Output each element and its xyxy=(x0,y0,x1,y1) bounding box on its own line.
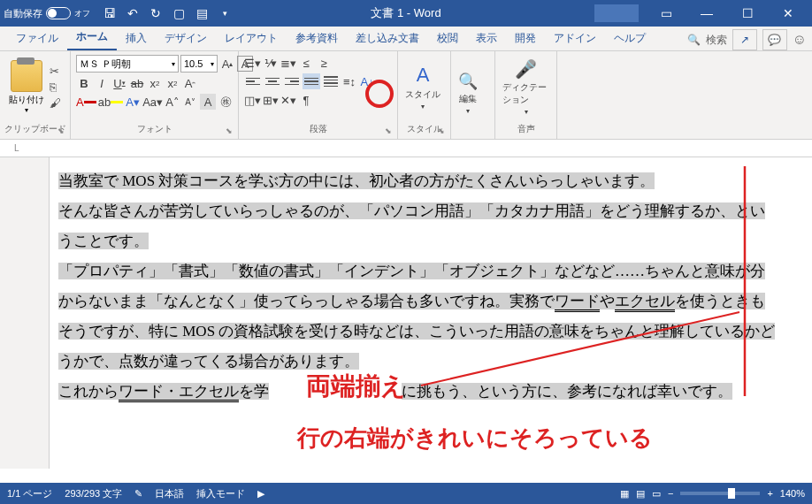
doc-text[interactable]: これから xyxy=(58,383,119,400)
tab-layout[interactable]: レイアウト xyxy=(216,27,287,50)
tab-file[interactable]: ファイル xyxy=(7,27,67,50)
language-status[interactable]: 日本語 xyxy=(155,487,184,500)
qat-button-2[interactable]: ▤ xyxy=(191,3,212,24)
tab-developer[interactable]: 開発 xyxy=(506,27,545,50)
zoom-level[interactable]: 140% xyxy=(780,488,805,499)
font-select[interactable]: ＭＳ Ｐ明朝▾ xyxy=(76,55,179,73)
view-print-button[interactable]: ▦ xyxy=(620,488,629,500)
view-web-button[interactable]: ▭ xyxy=(652,488,661,500)
align-left-button[interactable] xyxy=(244,73,262,89)
save-button[interactable]: 🖫 xyxy=(99,3,120,24)
tab-view[interactable]: 表示 xyxy=(467,27,506,50)
macro-icon[interactable]: ▶ xyxy=(257,488,264,500)
bold-button[interactable]: B xyxy=(76,75,92,91)
asian-layout-button[interactable]: ✕▾ xyxy=(280,92,296,108)
shading-button[interactable]: ◫▾ xyxy=(244,92,261,108)
multilevel-button[interactable]: ≣▾ xyxy=(280,55,296,71)
borders-button[interactable]: ⊞▾ xyxy=(263,92,279,108)
sort-button[interactable]: A↓ xyxy=(359,73,375,89)
close-button[interactable]: ✕ xyxy=(768,0,808,27)
paste-button[interactable]: 貼り付け xyxy=(9,94,44,106)
redo-button[interactable]: ↻ xyxy=(145,3,166,24)
minimize-button[interactable]: — xyxy=(686,0,727,27)
doc-text-link[interactable]: ワード xyxy=(555,293,600,312)
doc-text[interactable]: そんな皆さんが苦労していらっしゃるのが、「パソコン用語」「カタカナ用語」をどう理… xyxy=(58,202,765,249)
dialog-launcher-icon[interactable]: ⬊ xyxy=(385,126,392,135)
group-style: Aスタイル▾ スタイル⬊ xyxy=(398,51,451,139)
maximize-button[interactable]: ☐ xyxy=(727,0,768,27)
page-status[interactable]: 1/1 ページ xyxy=(7,487,52,500)
doc-text-link[interactable]: エクセル xyxy=(615,293,675,312)
qat-button-1[interactable]: ▢ xyxy=(168,3,189,24)
dialog-launcher-icon[interactable]: ⬊ xyxy=(438,126,445,135)
tab-review[interactable]: 校閲 xyxy=(428,27,467,50)
share-button[interactable]: ↗ xyxy=(732,29,757,50)
word-count[interactable]: 293/293 文字 xyxy=(65,487,122,500)
line-spacing-button[interactable]: ≡↕ xyxy=(341,73,357,89)
numbering-button[interactable]: ⅟▾ xyxy=(263,55,279,71)
tab-home[interactable]: ホーム xyxy=(67,25,117,50)
phonetic-button[interactable]: A𝄐 xyxy=(182,75,198,91)
search-label[interactable]: 検索 xyxy=(706,33,727,48)
tab-design[interactable]: デザイン xyxy=(156,27,216,50)
comments-button[interactable]: 💬 xyxy=(762,29,787,50)
enclose-char-button[interactable]: ㊑ xyxy=(218,94,234,110)
tab-references[interactable]: 参考資料 xyxy=(287,27,347,50)
ruler[interactable]: L xyxy=(0,140,812,157)
decrease-indent-button[interactable]: ≤ xyxy=(298,55,314,71)
cut-button[interactable]: ✂ xyxy=(50,65,61,78)
doc-text-link[interactable]: ワード・エクセル xyxy=(119,383,239,402)
doc-text[interactable]: に挑もう、という方に、参考になれば幸いです。 xyxy=(402,383,732,400)
view-read-button[interactable]: ▤ xyxy=(636,488,645,500)
tab-help[interactable]: ヘルプ xyxy=(605,27,655,50)
grow-font2-button[interactable]: A˄ xyxy=(165,94,180,110)
align-right-button[interactable] xyxy=(283,73,301,89)
copy-button[interactable]: ⎘ xyxy=(50,80,61,94)
italic-button[interactable]: I xyxy=(94,75,110,91)
autosave-toggle[interactable]: 自動保存 オフ xyxy=(4,7,90,20)
shrink-font2-button[interactable]: A˅ xyxy=(182,94,198,110)
user-account[interactable] xyxy=(594,4,639,22)
ribbon-options-button[interactable]: ▭ xyxy=(646,0,686,27)
format-painter-button[interactable]: 🖌 xyxy=(50,96,61,110)
subscript-button[interactable]: x2 xyxy=(147,75,163,91)
dictation-button[interactable]: 🎤ディクテーション▾ xyxy=(499,55,553,119)
highlight-button[interactable]: ab xyxy=(98,94,123,110)
show-marks-button[interactable]: ¶ xyxy=(298,92,314,108)
zoom-slider[interactable] xyxy=(680,492,760,495)
insert-mode[interactable]: 挿入モード xyxy=(196,487,245,500)
undo-button[interactable]: ↶ xyxy=(122,3,143,24)
doc-text[interactable]: 当教室で MOS 対策コースを学ぶ方の中には、初心者の方がたくさんいらっしゃいま… xyxy=(58,172,655,189)
grow-font-button[interactable]: A▴ xyxy=(219,56,235,72)
dialog-launcher-icon[interactable]: ⬊ xyxy=(226,126,233,135)
align-center-button[interactable] xyxy=(264,73,281,89)
char-shading-button[interactable]: A xyxy=(200,94,216,110)
tab-insert[interactable]: 挿入 xyxy=(117,27,156,50)
superscript-button[interactable]: x2 xyxy=(165,75,180,91)
strikethrough-button[interactable]: ab xyxy=(129,75,145,91)
edit-button[interactable]: 🔍編集▾ xyxy=(455,68,481,118)
doc-text[interactable]: や xyxy=(600,293,615,309)
underline-button[interactable]: U▾ xyxy=(111,75,127,91)
increase-indent-button[interactable]: ≥ xyxy=(316,55,332,71)
font-color-button[interactable]: A xyxy=(76,94,96,110)
tab-addins[interactable]: アドイン xyxy=(545,27,605,50)
zoom-in-button[interactable]: + xyxy=(767,488,772,499)
doc-text[interactable]: を学 xyxy=(239,383,269,400)
text-effects-button[interactable]: A▾ xyxy=(125,94,141,110)
smiley-icon[interactable]: ☺ xyxy=(793,32,807,48)
styles-button[interactable]: Aスタイル▾ xyxy=(402,60,444,114)
font-size-select[interactable]: 10.5▾ xyxy=(180,55,218,73)
tab-mailmerge[interactable]: 差し込み文書 xyxy=(347,27,428,50)
change-case-button[interactable]: Aa▾ xyxy=(142,94,163,110)
bullets-button[interactable]: ☰▾ xyxy=(244,55,261,71)
dialog-launcher-icon[interactable]: ⬊ xyxy=(57,126,65,135)
page[interactable]: 当教室で MOS 対策コースを学ぶ方の中には、初心者の方がたくさんいらっしゃいま… xyxy=(50,157,812,469)
qat-more-button[interactable]: ▾ xyxy=(214,3,235,24)
paste-dropdown[interactable]: ▾ xyxy=(25,106,28,114)
document-area[interactable]: 当教室で MOS 対策コースを学ぶ方の中には、初心者の方がたくさんいらっしゃいま… xyxy=(0,157,812,469)
zoom-out-button[interactable]: − xyxy=(668,488,673,499)
justify-button[interactable] xyxy=(303,73,320,89)
distribute-button[interactable] xyxy=(322,73,340,89)
spell-check-icon[interactable]: ✎ xyxy=(134,488,142,500)
